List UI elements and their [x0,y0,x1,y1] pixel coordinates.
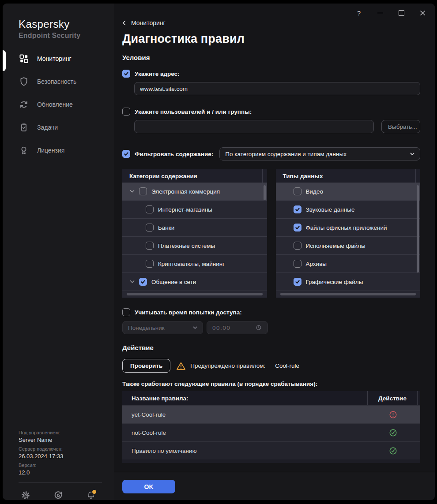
close-button[interactable] [412,4,433,22]
sidebar-item-update[interactable]: Обновление [3,93,114,116]
gear-icon [21,490,30,500]
category-checkbox[interactable] [139,187,147,195]
support-button[interactable] [53,490,63,500]
datatype-checkbox[interactable] [294,187,301,195]
time-input[interactable]: 00:00 [207,321,268,334]
rule-name-cell: not-Cool-rule [122,424,368,441]
category-checkbox[interactable] [146,205,154,213]
datatype-label: Файлы офисных приложений [306,224,387,231]
rules-table: Название правила: Действие yet-Cool-rule [122,391,420,463]
check-icon [295,207,300,212]
filter-panels: Категории содержания Электронная коммерц… [122,169,420,298]
app-window: ? Kaspersky Endpoint Security [3,4,435,500]
users-input[interactable] [134,120,374,133]
maximize-button[interactable] [391,4,412,22]
users-checkbox[interactable] [122,108,130,116]
settings-button[interactable] [21,490,30,500]
minimize-button[interactable] [369,4,391,22]
rule-name-cell: yet-Cool-rule [122,406,368,423]
sidebar-item-monitoring[interactable]: Мониторинг [3,47,114,70]
category-label: Общение в сети [151,279,196,285]
category-checkbox[interactable] [146,242,154,250]
datatypes-panel: Типы данных Видео Звуковые данные [276,169,421,298]
category-checkbox[interactable] [146,260,154,268]
vertical-scrollbar-thumb[interactable] [417,185,419,273]
notification-dot [91,489,97,495]
horizontal-scrollbar-thumb[interactable] [280,293,416,295]
address-input[interactable] [134,82,420,95]
category-row[interactable]: Криптовалюты, майнинг [122,255,267,273]
warning-rule-name: Cool-rule [275,362,299,369]
check-button[interactable]: Проверить [122,359,170,373]
filter-mode-value: По категориям содержания и типам данных [225,151,347,157]
page-title: Диагностика правил [122,32,420,46]
address-checkbox[interactable] [122,70,130,78]
category-label: Криптовалюты, майнинг [158,261,225,267]
table-row[interactable]: not-Cool-rule [122,423,420,441]
category-row[interactable]: Общение в сети [122,273,267,291]
chevron-down-icon [193,326,197,329]
filter-checkbox[interactable] [122,150,130,158]
category-checkbox[interactable] [139,278,147,286]
datatype-checkbox[interactable] [294,278,301,286]
support-icon [53,490,63,500]
chevron-down-icon [410,153,414,156]
datatype-row[interactable]: Исполняемые файлы [276,237,421,255]
sidebar-footer-divider [19,482,102,483]
sidebar-nav: Мониторинг Безопасность [3,47,114,162]
category-label: Электронная коммерция [151,188,220,195]
datatype-checkbox[interactable] [294,260,301,268]
screen: ? Kaspersky Endpoint Security [0,0,437,504]
datatype-row[interactable]: Архивы [276,255,421,273]
chevron-down-icon[interactable] [130,190,135,193]
datatype-row[interactable]: Графические файлы [276,273,421,291]
datatype-checkbox[interactable] [294,242,301,250]
notifications-button[interactable] [86,490,96,500]
category-row[interactable]: Банки [122,219,267,237]
category-label: Банки [158,224,174,231]
category-row[interactable]: Интернет-магазины [122,201,267,219]
action-heading: Действие [122,344,420,352]
page-content: Мониторинг Диагностика правил Условия Ук… [114,4,435,472]
filter-condition-row: Фильтровать содержание: По категориям со… [122,147,420,161]
sidebar-item-license[interactable]: Лицензия [3,139,114,162]
sidebar-footer-icons [3,490,114,500]
rule-name-column-header: Название правила: [122,391,367,405]
help-button[interactable]: ? [348,4,369,22]
blocked-icon [389,411,397,419]
sidebar-item-security[interactable]: Безопасность [3,70,114,93]
titlebar: ? [348,4,433,22]
vertical-scrollbar-thumb[interactable] [264,185,266,200]
table-row[interactable]: Правило по умолчанию [122,441,420,459]
datatype-checkbox[interactable] [294,224,301,231]
server-info: Под управлением: Server Name Сервер подк… [3,429,114,478]
datatypes-list: Видео Звуковые данные Файлы офисных прил… [276,183,421,298]
time-checkbox[interactable] [122,308,130,316]
datatype-row[interactable]: Звуковые данные [276,201,421,219]
check-icon [295,225,300,230]
sidebar-item-label: Задачи [37,124,58,131]
datatype-row[interactable]: Видео [276,183,421,201]
day-select[interactable]: Понедельник [122,321,203,334]
address-condition-row: Укажите адрес: [122,70,420,78]
time-condition-row: Учитывать время попытки доступа: [122,308,420,316]
datatype-label: Звуковые данные [306,206,355,213]
datatype-checkbox[interactable] [294,205,301,213]
managed-by-value: Server Name [19,436,114,444]
category-row[interactable]: Электронная коммерция [122,183,267,201]
sidebar-item-label: Безопасность [37,78,76,85]
category-row[interactable]: Платежные системы [122,237,267,255]
table-row[interactable]: yet-Cool-rule [122,405,420,423]
back-link[interactable]: Мониторинг [122,19,166,26]
filter-mode-select[interactable]: По категориям содержания и типам данных [219,147,420,161]
horizontal-scrollbar-thumb[interactable] [127,293,263,295]
datatype-row[interactable]: Файлы офисных приложений [276,219,421,237]
datatype-label: Архивы [306,261,327,267]
sidebar-item-tasks[interactable]: Задачи [3,116,114,139]
datatype-label: Графические файлы [306,279,363,285]
ok-button[interactable]: OK [122,480,175,493]
chevron-down-icon[interactable] [130,280,135,284]
category-checkbox[interactable] [146,224,154,231]
choose-button[interactable]: Выбрать... [381,120,420,133]
datatype-label: Видео [306,188,323,195]
